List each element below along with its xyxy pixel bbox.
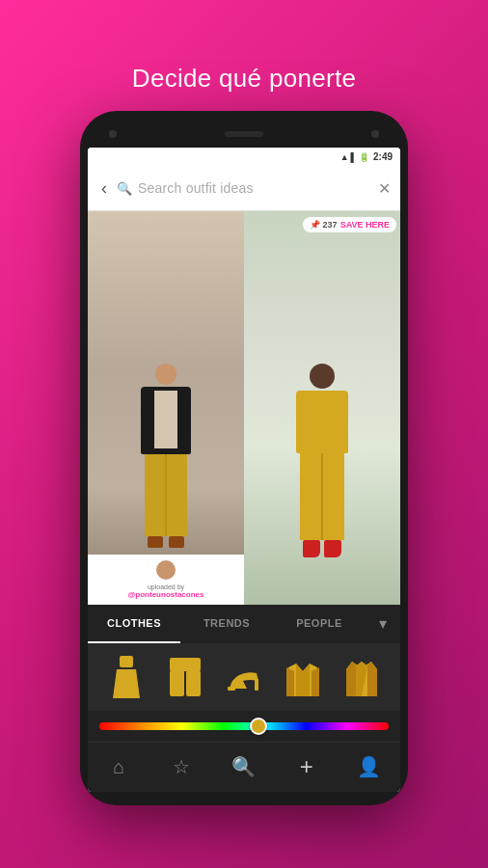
figure-left xyxy=(130,364,203,576)
outfit-right-bg xyxy=(244,211,400,605)
phone-device: ▲ ▌ 🔋 2:49 ‹ 🔍 Search outfit ideas ✕ xyxy=(80,111,408,805)
figure-head-r xyxy=(310,364,335,389)
nav-search[interactable]: 🔍 xyxy=(213,743,276,792)
speaker xyxy=(225,131,263,137)
uploader-avatar xyxy=(154,558,177,582)
search-input[interactable]: Search outfit ideas xyxy=(138,180,372,196)
pants-split-r xyxy=(321,453,323,540)
phone-screen: ▲ ▌ 🔋 2:49 ‹ 🔍 Search outfit ideas ✕ xyxy=(88,148,400,792)
status-icons: ▲ ▌ 🔋 2:49 xyxy=(340,151,393,162)
figure-pants xyxy=(145,454,187,536)
save-count: 237 xyxy=(323,220,338,230)
shoe-r-left xyxy=(303,540,320,557)
heels-svg xyxy=(226,660,262,694)
figure-inner xyxy=(154,391,177,448)
figure-shoes-r xyxy=(284,540,361,557)
cardigan-svg xyxy=(342,658,381,696)
figure-sweater xyxy=(296,391,348,453)
search-bar: ‹ 🔍 Search outfit ideas ✕ xyxy=(88,167,400,211)
svg-rect-2 xyxy=(170,658,201,671)
wifi-icon: ▲ xyxy=(340,152,349,162)
tabs-dropdown-button[interactable]: ▾ xyxy=(366,605,400,643)
svg-rect-6 xyxy=(255,679,258,691)
pants-svg xyxy=(168,658,203,696)
profile-icon: 👤 xyxy=(357,755,381,778)
figure-shoes xyxy=(130,536,203,548)
shoe-r-right xyxy=(324,540,341,557)
search-icon: 🔍 xyxy=(117,181,132,196)
signal-icon: ▌ xyxy=(351,152,357,162)
uploader-handle: @ponteunostacones xyxy=(128,590,204,599)
sensor xyxy=(371,130,379,138)
figure-right xyxy=(284,364,361,595)
dress-icon-button[interactable] xyxy=(105,656,148,698)
jacket-svg xyxy=(285,658,321,696)
page-title: Decide qué ponerte xyxy=(132,64,356,94)
content-area: uploaded by @ponteunostacones 📌 237 SAVE… xyxy=(88,211,400,605)
heels-icon-button[interactable] xyxy=(223,656,265,698)
tab-people[interactable]: PEOPLE xyxy=(273,605,366,643)
save-badge[interactable]: 📌 237 SAVE HERE xyxy=(303,217,396,232)
tabs-bar: CLOTHES TRENDS PEOPLE ▾ xyxy=(88,605,400,643)
home-icon: ⌂ xyxy=(113,756,124,778)
camera xyxy=(109,130,117,138)
uploaded-by-text: uploaded by xyxy=(148,583,184,590)
tab-clothes[interactable]: CLOTHES xyxy=(88,605,180,643)
nav-add[interactable]: + xyxy=(275,743,338,792)
search-nav-icon: 🔍 xyxy=(231,755,256,778)
save-label[interactable]: SAVE HERE xyxy=(340,220,390,230)
svg-marker-1 xyxy=(113,669,140,698)
phone-top-hardware xyxy=(88,124,400,144)
bottom-navigation: ⌂ ☆ 🔍 + 👤 xyxy=(88,742,400,792)
color-slider-thumb[interactable] xyxy=(250,718,267,735)
svg-rect-5 xyxy=(228,687,235,691)
figure-pants-r xyxy=(300,453,344,540)
nav-profile[interactable]: 👤 xyxy=(338,743,400,792)
figure-jacket xyxy=(141,387,191,454)
back-button[interactable]: ‹ xyxy=(97,175,111,203)
left-outfit-image[interactable]: uploaded by @ponteunostacones xyxy=(88,211,244,605)
right-outfit-image[interactable]: 📌 237 SAVE HERE xyxy=(244,211,400,605)
battery-icon: 🔋 xyxy=(359,152,369,162)
nav-favorites[interactable]: ☆ xyxy=(150,743,213,792)
shoe-left xyxy=(148,536,163,548)
outfit-left-bg xyxy=(88,211,244,605)
time-display: 2:49 xyxy=(373,151,393,162)
figure-head xyxy=(155,364,176,385)
close-button[interactable]: ✕ xyxy=(378,179,391,198)
pin-icon: 📌 xyxy=(310,220,320,230)
svg-rect-4 xyxy=(186,670,201,696)
tab-trends[interactable]: TRENDS xyxy=(180,605,273,643)
uploader-info: uploaded by @ponteunostacones xyxy=(88,555,244,605)
svg-rect-0 xyxy=(120,656,133,667)
color-slider-row xyxy=(88,711,400,742)
pants-split xyxy=(165,454,167,536)
color-slider-track[interactable] xyxy=(99,722,389,730)
jacket-icon-button[interactable] xyxy=(282,656,324,698)
nav-home[interactable]: ⌂ xyxy=(88,743,150,792)
svg-rect-3 xyxy=(170,670,184,696)
chevron-down-icon: ▾ xyxy=(379,614,387,633)
dress-svg xyxy=(109,656,144,698)
clothes-icons-row xyxy=(88,643,400,711)
status-bar: ▲ ▌ 🔋 2:49 xyxy=(88,148,400,167)
shoe-right xyxy=(169,536,184,548)
plus-icon: + xyxy=(300,753,313,780)
star-icon: ☆ xyxy=(173,755,190,778)
pants-icon-button[interactable] xyxy=(164,656,206,698)
cardigan-icon-button[interactable] xyxy=(340,656,383,698)
